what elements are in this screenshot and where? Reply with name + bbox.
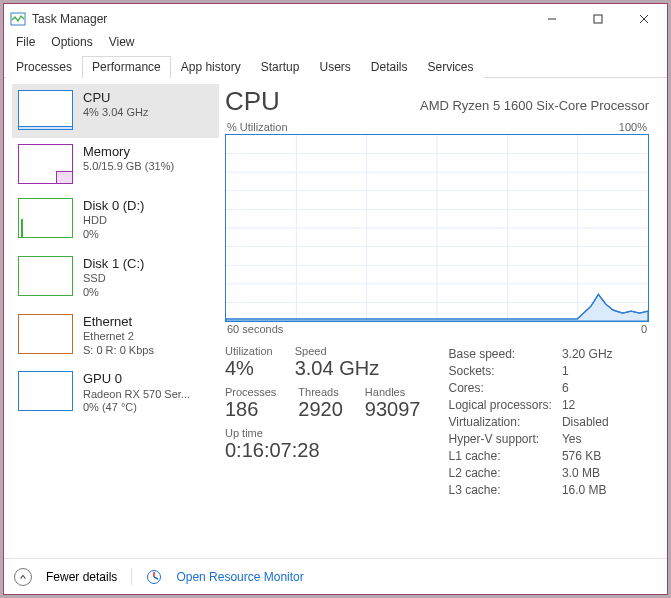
tab-startup[interactable]: Startup (251, 56, 310, 78)
tab-processes[interactable]: Processes (6, 56, 82, 78)
tab-details[interactable]: Details (361, 56, 418, 78)
stat-speed: Speed 3.04 GHz (295, 345, 379, 386)
stat-threads: Threads 2920 (298, 386, 343, 427)
perf-main: CPU AMD Ryzen 5 1600 Six-Core Processor … (219, 78, 667, 558)
cpu-thumb-icon (18, 90, 73, 130)
chart-ylabel: % Utilization (227, 121, 288, 133)
tab-services[interactable]: Services (418, 56, 484, 78)
menu-view[interactable]: View (103, 34, 141, 52)
open-resource-monitor-link[interactable]: Open Resource Monitor (176, 570, 303, 584)
memory-thumb-icon (18, 144, 73, 184)
stat-utilization: Utilization 4% (225, 345, 273, 386)
sidebar-item-label: CPU (83, 90, 148, 106)
cpu-model: AMD Ryzen 5 1600 Six-Core Processor (420, 98, 649, 113)
sidebar-item-label: Disk 0 (D:) (83, 198, 144, 214)
titlebar[interactable]: Task Manager (4, 4, 667, 34)
menu-options[interactable]: Options (45, 34, 98, 52)
page-title: CPU (225, 86, 280, 117)
stat-processes: Processes 186 (225, 386, 276, 427)
gpu-thumb-icon (18, 371, 73, 411)
minimize-button[interactable] (529, 4, 575, 34)
resource-monitor-icon (146, 569, 162, 585)
close-button[interactable] (621, 4, 667, 34)
taskmgr-icon (10, 11, 26, 27)
tab-strip: Processes Performance App history Startu… (4, 54, 667, 78)
svg-rect-2 (594, 15, 602, 23)
sidebar-item-disk0[interactable]: Disk 0 (D:) HDD 0% (12, 192, 219, 250)
tab-performance[interactable]: Performance (82, 56, 171, 78)
disk-thumb-icon (18, 256, 73, 296)
sidebar-item-label: Ethernet (83, 314, 154, 330)
sidebar-item-ethernet[interactable]: Ethernet Ethernet 2 S: 0 R: 0 Kbps (12, 308, 219, 366)
sidebar-item-disk1[interactable]: Disk 1 (C:) SSD 0% (12, 250, 219, 308)
sidebar-item-label: Disk 1 (C:) (83, 256, 144, 272)
tab-users[interactable]: Users (309, 56, 360, 78)
divider (131, 569, 132, 585)
tab-app-history[interactable]: App history (171, 56, 251, 78)
window-title: Task Manager (32, 12, 529, 26)
menubar: File Options View (4, 34, 667, 54)
footer: Fewer details Open Resource Monitor (4, 558, 667, 594)
fewer-details-link[interactable]: Fewer details (46, 570, 117, 584)
cpu-properties: Base speed:3.20 GHz Sockets: 1 Cores: 6 … (448, 347, 612, 497)
disk-thumb-icon (18, 198, 73, 238)
sidebar-item-cpu[interactable]: CPU 4% 3.04 GHz (12, 84, 219, 138)
menu-file[interactable]: File (10, 34, 41, 52)
sidebar-item-label: GPU 0 (83, 371, 190, 387)
chevron-up-icon[interactable] (14, 568, 32, 586)
ethernet-thumb-icon (18, 314, 73, 354)
sidebar-item-gpu0[interactable]: GPU 0 Radeon RX 570 Ser... 0% (47 °C) (12, 365, 219, 423)
stat-handles: Handles 93097 (365, 386, 421, 427)
cpu-util-chart[interactable] (225, 134, 649, 322)
stat-uptime: Up time 0:16:07:28 (225, 427, 420, 462)
chart-xmin: 0 (641, 323, 647, 335)
chart-xmax: 60 seconds (227, 323, 283, 335)
chart-ymax: 100% (619, 121, 647, 133)
perf-sidebar: CPU 4% 3.04 GHz Memory 5.0/15.9 GB (31%) (4, 78, 219, 558)
maximize-button[interactable] (575, 4, 621, 34)
task-manager-window: Task Manager File Options View Processes… (3, 3, 668, 595)
sidebar-item-label: Memory (83, 144, 174, 160)
sidebar-item-memory[interactable]: Memory 5.0/15.9 GB (31%) (12, 138, 219, 192)
